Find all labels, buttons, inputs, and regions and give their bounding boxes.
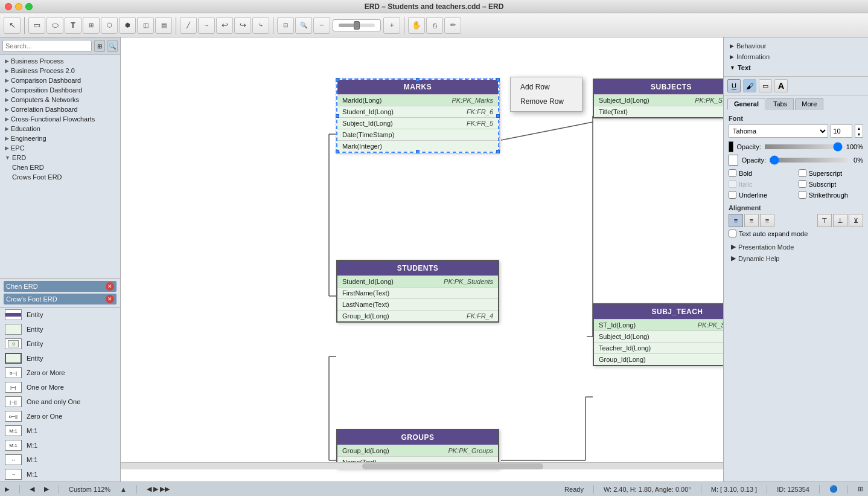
sidebar-item-comparison-dashboard[interactable]: ▶ Comparison Dashboard <box>0 76 120 85</box>
palette-entity-4[interactable]: Entity <box>0 351 120 366</box>
sidebar-item-erd[interactable]: ▼ ERD <box>0 153 120 163</box>
palette-m1-1[interactable]: M:1 M:1 <box>0 424 120 438</box>
resize-handle-bc[interactable] <box>416 150 420 153</box>
superscript-checkbox-row[interactable]: Superscript <box>799 169 864 177</box>
highlight-btn[interactable]: 🖌 <box>743 79 756 92</box>
auto-expand-row[interactable]: Text auto expand mode <box>729 230 863 237</box>
ctx-remove-row-btn[interactable]: Remove Row <box>511 94 582 109</box>
palette-one-or-more[interactable]: |─| One or More <box>0 380 120 395</box>
palette-zero-or-one[interactable]: o─|| Zero or One <box>0 409 120 424</box>
text-format-A-btn[interactable]: A <box>774 79 788 92</box>
sidebar-item-composition-dashboard[interactable]: ▶ Composition Dashboard <box>0 85 120 95</box>
subscript-checkbox[interactable] <box>799 180 806 188</box>
print-btn[interactable]: ⎙ <box>426 17 443 34</box>
font-family-select[interactable]: Tahoma Arial Times New Roman <box>729 124 828 138</box>
pan-btn[interactable]: ✋ <box>408 17 425 34</box>
sidebar-item-computers-networks[interactable]: ▶ Computers & Networks <box>0 95 120 105</box>
subjects-table[interactable]: SUBJECTS Subject_Id(Long) PK:PK_Subjects… <box>593 79 723 118</box>
students-table[interactable]: STUDENTS Student_Id(Long) PK:PK_Students… <box>336 260 499 323</box>
marks-row-studentid[interactable]: Student_Id(Long) FK:FR_6 <box>337 106 498 117</box>
subj-teach-row-teacherid[interactable]: Teacher_Id(Long) FK:FR_2 <box>594 342 723 353</box>
resize-handle-tl[interactable] <box>336 78 339 82</box>
font-size-input[interactable] <box>831 124 852 138</box>
sidebar-item-business-process[interactable]: ▶ Business Process <box>0 56 120 66</box>
groups-row-id[interactable]: Group_Id(Long) PK:PK_Groups <box>337 445 498 456</box>
palette-m1-4[interactable]: → M:1 <box>0 467 120 482</box>
shape3-tool-btn[interactable]: ◫ <box>137 17 154 34</box>
tab-tabs[interactable]: Tabs <box>767 98 794 110</box>
information-section[interactable]: ▶ Information <box>727 52 864 62</box>
resize-handle-tc[interactable] <box>416 78 420 82</box>
subjects-row-title[interactable]: Title(Text) <box>594 106 723 117</box>
shape2-tool-btn[interactable]: ⬢ <box>119 17 136 34</box>
sidebar-item-chen-erd[interactable]: Chen ERD <box>0 163 120 172</box>
chen-erd-close-btn[interactable]: ✕ <box>106 282 114 291</box>
italic-checkbox[interactable] <box>729 180 736 188</box>
sidebar-item-epc[interactable]: ▶ EPC <box>0 143 120 153</box>
table-tool-btn[interactable]: ⊞ <box>83 17 100 34</box>
sidebar-item-crows-foot-erd[interactable]: Crows Foot ERD <box>0 172 120 182</box>
nav-next-btn[interactable]: ▶ <box>44 485 49 493</box>
arrow-tool-btn[interactable]: → <box>198 17 215 34</box>
underline-checkbox-row[interactable]: Underline <box>729 191 794 199</box>
palette-one-only[interactable]: |─|| One and only One <box>0 395 120 409</box>
ctx-add-row-btn[interactable]: Add Row <box>511 80 582 94</box>
resize-handle-bl[interactable] <box>336 150 339 153</box>
tab-more[interactable]: More <box>795 98 823 110</box>
shape1-tool-btn[interactable]: ⬡ <box>101 17 118 34</box>
shape-fill-btn[interactable]: ▭ <box>759 79 772 92</box>
resize-handle-tr[interactable] <box>496 78 500 82</box>
text-tool-btn[interactable]: T <box>65 17 81 34</box>
subj-teach-row-stid[interactable]: ST_Id(Long) PK:PK_Subj_Teach <box>594 319 723 330</box>
zoom-slider[interactable] <box>333 19 381 31</box>
crows-foot-erd-close-btn[interactable]: ✕ <box>106 295 114 303</box>
underline-text-btn[interactable]: U <box>727 79 741 92</box>
redo-btn[interactable]: ↪ <box>234 17 251 34</box>
align-top-btn[interactable]: ⊤ <box>817 214 832 227</box>
opacity1-slider[interactable] <box>765 144 843 149</box>
minimize-window-btn[interactable] <box>15 3 22 10</box>
fullscreen-btn[interactable]: ⊞ <box>858 485 863 493</box>
sidebar-item-education[interactable]: ▶ Education <box>0 124 120 134</box>
shape4-tool-btn[interactable]: ▤ <box>155 17 172 34</box>
dynamic-help-link[interactable]: ▶ Dynamic Help <box>729 253 863 264</box>
strikethrough-checkbox[interactable] <box>799 191 806 199</box>
nav-prev-btn[interactable]: ◀ <box>30 485 34 493</box>
text-section[interactable]: ▼ Text <box>727 63 864 72</box>
pencil-btn[interactable]: ✏ <box>444 17 461 34</box>
align-center-btn[interactable]: ≡ <box>744 214 759 227</box>
search-btn[interactable]: 🔍 <box>295 17 312 34</box>
bold-checkbox[interactable] <box>729 169 736 177</box>
canvas-area[interactable]: MARKS MarkId(Long) PK:PK_Marks Student_I… <box>121 37 723 482</box>
crows-foot-erd-tab[interactable]: Crow's Foot ERD ✕ <box>4 294 116 304</box>
subj-teach-row-groupid[interactable]: Group_Id(Long) FK:FR_1 <box>594 353 723 365</box>
connect-btn[interactable]: ⤷ <box>252 17 269 34</box>
font-size-spinner[interactable]: ▲ ▼ <box>855 124 863 138</box>
line-tool-btn[interactable]: ╱ <box>180 17 197 34</box>
close-window-btn[interactable] <box>5 3 12 10</box>
palette-zero-or-more[interactable]: o─| Zero or More <box>0 366 120 380</box>
chen-erd-tab[interactable]: Chen ERD ✕ <box>4 281 116 292</box>
palette-entity-1[interactable]: Entity <box>0 308 120 322</box>
subj-teach-row-subjectid[interactable]: Subject_Id(Long) FK:FR_3 <box>594 330 723 342</box>
palette-entity-3[interactable]: ◇ Entity <box>0 337 120 351</box>
auto-expand-checkbox[interactable] <box>729 230 736 237</box>
sidebar-item-correlation-dashboard[interactable]: ▶ Correlation Dashboard <box>0 105 120 114</box>
undo-btn[interactable]: ↩ <box>216 17 233 34</box>
window-controls[interactable] <box>5 3 33 10</box>
marks-row-date[interactable]: Date(TimeStamp) <box>337 129 498 140</box>
align-right-btn[interactable]: ≡ <box>760 214 774 227</box>
sidebar-search-input[interactable] <box>2 40 92 52</box>
bold-checkbox-row[interactable]: Bold <box>729 169 794 177</box>
opacity2-slider[interactable] <box>770 158 847 163</box>
sidebar-item-engineering[interactable]: ▶ Engineering <box>0 134 120 143</box>
resize-handle-ml[interactable] <box>336 114 339 118</box>
presentation-mode-link[interactable]: ▶ Presentation Mode <box>729 241 863 253</box>
sidebar-item-business-process-2[interactable]: ▶ Business Process 2.0 <box>0 66 120 76</box>
strikethrough-checkbox-row[interactable]: Strikethrough <box>799 191 864 199</box>
behaviour-section[interactable]: ▶ Behaviour <box>727 41 864 51</box>
sidebar-grid-view-btn[interactable]: ⊞ <box>94 40 105 52</box>
align-left-btn[interactable]: ≡ <box>729 214 743 227</box>
zoom-in-btn[interactable]: + <box>383 17 400 34</box>
align-bottom-btn[interactable]: ⊻ <box>849 214 863 227</box>
